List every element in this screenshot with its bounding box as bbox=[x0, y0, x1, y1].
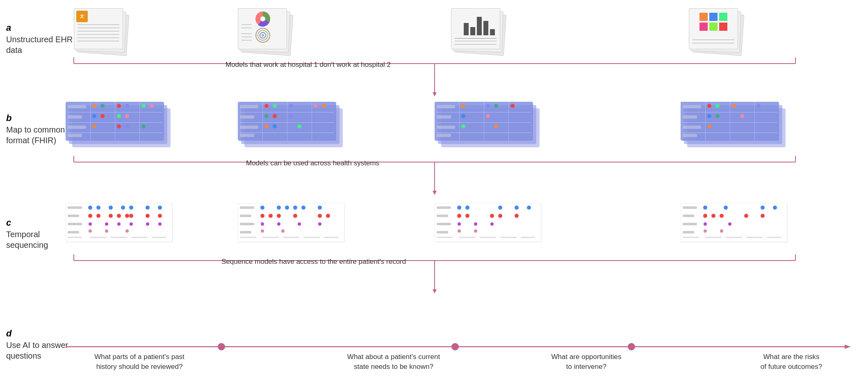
svg-rect-23 bbox=[111, 237, 127, 238]
svg-point-77 bbox=[281, 229, 285, 233]
fhir-grid-4 bbox=[681, 102, 791, 151]
svg-point-67 bbox=[269, 214, 273, 218]
svg-point-70 bbox=[318, 214, 322, 218]
svg-point-65 bbox=[318, 206, 322, 210]
svg-point-73 bbox=[277, 222, 280, 226]
section-c-label: c Temporalsequencing bbox=[6, 217, 48, 250]
temporal-chart-3 bbox=[435, 203, 549, 250]
svg-point-90 bbox=[498, 206, 502, 210]
svg-point-101 bbox=[458, 229, 461, 233]
svg-rect-112 bbox=[767, 237, 781, 238]
svg-rect-56 bbox=[262, 237, 279, 238]
svg-point-49 bbox=[125, 229, 129, 233]
svg-point-102 bbox=[474, 229, 477, 233]
svg-point-72 bbox=[261, 222, 264, 226]
svg-point-60 bbox=[260, 206, 264, 210]
svg-point-76 bbox=[261, 229, 264, 233]
svg-point-66 bbox=[260, 214, 264, 218]
svg-rect-81 bbox=[437, 223, 451, 225]
doc-stack-2 bbox=[238, 8, 299, 62]
svg-rect-104 bbox=[683, 206, 697, 209]
svg-point-5 bbox=[262, 34, 264, 37]
svg-point-1 bbox=[260, 16, 265, 21]
svg-point-125 bbox=[720, 229, 723, 233]
svg-rect-17 bbox=[68, 206, 82, 209]
doc-stack-3 bbox=[451, 8, 513, 62]
svg-point-43 bbox=[117, 222, 121, 226]
svg-rect-57 bbox=[283, 237, 299, 238]
arrow-3-svg bbox=[74, 254, 812, 295]
svg-point-116 bbox=[773, 206, 777, 210]
svg-point-74 bbox=[298, 222, 301, 226]
fhir-grid-2 bbox=[238, 102, 349, 151]
fhir-grid-1 bbox=[66, 102, 176, 151]
svg-rect-85 bbox=[480, 237, 496, 238]
svg-rect-25 bbox=[152, 237, 166, 238]
svg-point-44 bbox=[130, 222, 133, 226]
svg-point-64 bbox=[301, 206, 305, 210]
svg-marker-10 bbox=[433, 92, 437, 96]
doc-stack-1: 文 bbox=[74, 8, 135, 62]
svg-point-40 bbox=[158, 214, 162, 218]
svg-rect-86 bbox=[500, 237, 517, 238]
svg-marker-15 bbox=[433, 191, 437, 195]
svg-rect-59 bbox=[324, 237, 338, 238]
arrow-3-label: Sequence models have access to the entir… bbox=[221, 258, 406, 266]
svg-rect-20 bbox=[68, 231, 79, 233]
svg-point-134 bbox=[451, 343, 459, 350]
svg-rect-83 bbox=[437, 237, 453, 238]
svg-rect-105 bbox=[683, 215, 694, 217]
timeline-question-1: What parts of a patient's pasthistory sh… bbox=[94, 352, 185, 372]
svg-rect-18 bbox=[68, 215, 79, 217]
svg-point-71 bbox=[326, 214, 330, 218]
section-c-text: Temporalsequencing bbox=[6, 229, 48, 250]
svg-point-99 bbox=[474, 222, 477, 226]
section-d-label: d Use AI to answerquestions bbox=[6, 328, 68, 361]
svg-point-94 bbox=[465, 214, 469, 218]
section-a-label: a Unstructured EHRdata bbox=[6, 23, 73, 55]
svg-rect-52 bbox=[240, 215, 251, 217]
svg-point-47 bbox=[89, 229, 92, 233]
temporal-chart-4 bbox=[681, 203, 795, 250]
svg-point-37 bbox=[125, 214, 129, 218]
svg-point-113 bbox=[703, 206, 707, 210]
svg-point-28 bbox=[109, 206, 113, 210]
svg-point-122 bbox=[704, 222, 707, 226]
section-b-text: Map to commonformat (FHIR) bbox=[6, 124, 65, 146]
svg-point-31 bbox=[146, 206, 150, 210]
svg-rect-109 bbox=[705, 237, 722, 238]
svg-point-38 bbox=[129, 214, 133, 218]
svg-marker-130 bbox=[433, 289, 437, 293]
svg-rect-58 bbox=[303, 237, 320, 238]
svg-point-69 bbox=[293, 214, 297, 218]
svg-rect-50 bbox=[238, 203, 344, 242]
timeline-question-4: What are the risksof future outcomes? bbox=[761, 352, 822, 372]
main-container: a Unstructured EHRdata b Map to commonfo… bbox=[0, 0, 868, 382]
svg-rect-106 bbox=[683, 223, 697, 225]
svg-point-27 bbox=[96, 206, 100, 210]
svg-point-32 bbox=[158, 206, 162, 210]
temporal-chart-2 bbox=[238, 203, 353, 250]
svg-point-41 bbox=[89, 222, 92, 226]
svg-point-63 bbox=[293, 206, 297, 210]
svg-point-97 bbox=[515, 214, 519, 218]
svg-point-39 bbox=[146, 214, 150, 218]
svg-point-34 bbox=[96, 214, 100, 218]
svg-point-117 bbox=[703, 214, 707, 218]
svg-rect-110 bbox=[726, 237, 742, 238]
svg-marker-132 bbox=[845, 345, 851, 349]
temporal-chart-1 bbox=[66, 203, 180, 250]
svg-point-133 bbox=[218, 343, 225, 350]
svg-rect-24 bbox=[131, 237, 148, 238]
svg-rect-55 bbox=[240, 237, 256, 238]
svg-point-118 bbox=[711, 214, 715, 218]
svg-rect-111 bbox=[746, 237, 763, 238]
svg-rect-87 bbox=[521, 237, 535, 238]
svg-point-119 bbox=[720, 214, 724, 218]
svg-rect-80 bbox=[437, 215, 448, 217]
svg-rect-78 bbox=[435, 203, 541, 242]
svg-rect-107 bbox=[683, 231, 694, 233]
svg-rect-51 bbox=[240, 206, 254, 209]
svg-point-93 bbox=[457, 214, 461, 218]
svg-point-96 bbox=[498, 214, 502, 218]
